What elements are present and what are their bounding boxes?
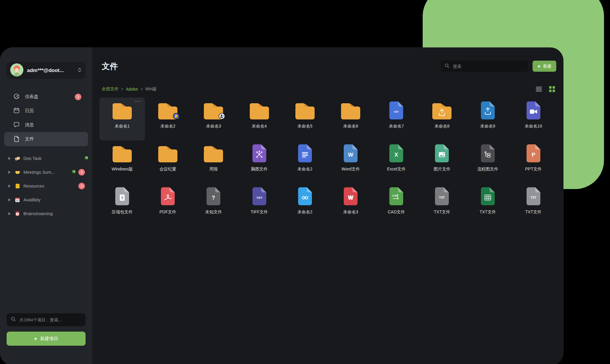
folder-item[interactable]: 未命名8 bbox=[419, 98, 465, 140]
file-label: 未命名2 bbox=[297, 209, 313, 215]
new-project-label: 新建项目 bbox=[40, 336, 58, 341]
svg-text:CAD: CAD bbox=[392, 194, 398, 197]
new-project-button[interactable]: + 新建项目 bbox=[7, 332, 86, 346]
folder-item[interactable]: 未命名2 bbox=[145, 98, 191, 140]
file-item[interactable]: 未命名10 bbox=[511, 98, 556, 140]
file-label: 未知文件 bbox=[205, 209, 222, 215]
file-item[interactable]: TXTTXT文件 bbox=[419, 183, 465, 226]
file-item[interactable]: W未命名3 bbox=[328, 183, 373, 226]
folder-item[interactable]: 未命名4 bbox=[237, 98, 282, 140]
app-window: adm***@doot... 仪表盘3日历消息文件 Doo TaskMeetin… bbox=[0, 47, 563, 364]
file-item[interactable]: 流程图文件 bbox=[465, 140, 511, 183]
file-label: 流程图文件 bbox=[477, 167, 498, 172]
file-label: 未命名3 bbox=[343, 209, 358, 215]
file-item[interactable]: PDF文件 bbox=[145, 183, 191, 226]
file-label: TXT文件 bbox=[479, 209, 496, 215]
project-item[interactable]: Brainstroaming bbox=[0, 207, 92, 221]
file-item[interactable]: WWord文件 bbox=[328, 140, 373, 183]
project-item[interactable]: Resources3 bbox=[0, 179, 92, 193]
project-item[interactable]: Meetings Sum...3 bbox=[0, 165, 92, 179]
expand-caret-icon[interactable] bbox=[8, 198, 11, 201]
table-file-icon bbox=[481, 186, 495, 206]
expand-caret-icon[interactable] bbox=[8, 171, 11, 174]
user-name: adm***@doot... bbox=[27, 68, 77, 74]
sidebar: adm***@doot... 仪表盘3日历消息文件 Doo TaskMeetin… bbox=[0, 47, 92, 364]
infinity-file-icon bbox=[298, 186, 312, 206]
file-item[interactable]: PPPT文件 bbox=[511, 140, 556, 183]
project-label: Brainstroaming bbox=[23, 211, 53, 216]
flowchart-file-icon bbox=[481, 143, 495, 163]
new-file-button[interactable]: + 新建 bbox=[533, 61, 556, 72]
file-item[interactable]: 未命名2 bbox=[282, 140, 328, 183]
project-label: Resources bbox=[23, 184, 44, 188]
folder-icon bbox=[158, 143, 178, 163]
sidebar-item-calendar[interactable]: 日历 bbox=[4, 104, 88, 118]
sidebar-item-files[interactable]: 文件 bbox=[4, 132, 88, 146]
file-label: TXT文件 bbox=[525, 209, 542, 215]
project-item[interactable]: Doo Task bbox=[0, 152, 92, 165]
expand-caret-icon[interactable] bbox=[8, 185, 11, 188]
user-account-switcher[interactable]: adm***@doot... bbox=[7, 62, 86, 79]
doc-text-file-icon bbox=[298, 143, 312, 163]
main-header: 文件 + 新建 bbox=[99, 61, 556, 72]
grid-view-icon[interactable] bbox=[549, 86, 555, 92]
project-label: Doo Task bbox=[23, 156, 41, 161]
file-label: Windows版 bbox=[112, 167, 133, 172]
breadcrumb-item: Win版 bbox=[145, 86, 157, 92]
file-search-input[interactable] bbox=[452, 64, 524, 69]
file-item[interactable]: 脑图文件 bbox=[237, 140, 282, 183]
notification-badge: 3 bbox=[78, 183, 85, 189]
project-search-input[interactable] bbox=[19, 317, 81, 323]
file-item[interactable]: </>未命名7 bbox=[373, 98, 419, 140]
file-item[interactable]: 压缩包文件 bbox=[99, 183, 145, 226]
file-label: 压缩包文件 bbox=[112, 209, 133, 215]
main-content: 文件 + 新建 bbox=[92, 47, 563, 364]
breadcrumb-separator: > bbox=[140, 87, 143, 92]
file-item[interactable]: 未命名9 bbox=[465, 98, 511, 140]
project-search[interactable] bbox=[7, 313, 86, 326]
folder-item[interactable]: ⋯未命名1 bbox=[99, 98, 145, 140]
breadcrumb-item[interactable]: Adobe bbox=[126, 87, 138, 92]
pdf-file-icon bbox=[161, 186, 175, 206]
folder-item[interactable]: 未命名3 bbox=[191, 98, 236, 140]
file-search[interactable] bbox=[441, 61, 528, 72]
sidebar-item-messages[interactable]: 消息 bbox=[4, 118, 88, 132]
file-item[interactable]: TXTTXT文件 bbox=[511, 183, 556, 226]
folder-item[interactable]: Windows版 bbox=[99, 140, 145, 183]
folder-item[interactable]: 未命名6 bbox=[328, 98, 373, 140]
file-label: 图片文件 bbox=[433, 167, 450, 172]
file-label: 未命名6 bbox=[343, 124, 358, 129]
file-item[interactable]: ?未知文件 bbox=[191, 183, 236, 226]
svg-text:X: X bbox=[394, 152, 398, 158]
expand-caret-icon[interactable] bbox=[8, 212, 11, 215]
folder-icon bbox=[204, 101, 223, 120]
file-label: Excel文件 bbox=[387, 167, 406, 172]
breadcrumb-item[interactable]: 全部文件 bbox=[102, 86, 119, 92]
file-item[interactable]: XExcel文件 bbox=[373, 140, 419, 183]
expand-caret-icon[interactable] bbox=[8, 157, 11, 160]
folder-icon bbox=[112, 101, 132, 120]
more-menu-icon[interactable]: ⋯ bbox=[135, 98, 141, 105]
folder-item[interactable]: 未命名5 bbox=[282, 98, 328, 140]
file-item[interactable]: 图片文件 bbox=[419, 140, 465, 183]
tag-emoji bbox=[14, 155, 20, 161]
file-label: PPT文件 bbox=[525, 167, 542, 172]
calendar-icon bbox=[13, 107, 20, 115]
folder-item[interactable]: 周报 bbox=[191, 140, 236, 183]
folder-icon bbox=[341, 101, 361, 120]
list-view-icon[interactable] bbox=[536, 86, 542, 92]
file-item[interactable]: TXT文件 bbox=[465, 183, 511, 226]
svg-text:P: P bbox=[532, 152, 535, 158]
project-list: Doo TaskMeetings Sum...3Resources317Avai… bbox=[0, 152, 92, 221]
ppt-file-icon: P bbox=[526, 143, 541, 163]
messages-icon bbox=[13, 121, 20, 129]
project-item[interactable]: 17Availibity bbox=[0, 193, 92, 207]
file-item[interactable]: CADCAD文件 bbox=[373, 183, 419, 226]
file-item[interactable]: TIFFTIFF文件 bbox=[237, 183, 282, 226]
file-item[interactable]: 未命名2 bbox=[282, 183, 328, 226]
code-file-icon: </> bbox=[389, 101, 403, 120]
folder-item[interactable]: 会议纪要 bbox=[145, 140, 191, 183]
stage: adm***@doot... 仪表盘3日历消息文件 Doo TaskMeetin… bbox=[0, 0, 610, 364]
file-label: 未命名2 bbox=[297, 167, 313, 172]
sidebar-item-dashboard[interactable]: 仪表盘3 bbox=[4, 90, 88, 104]
